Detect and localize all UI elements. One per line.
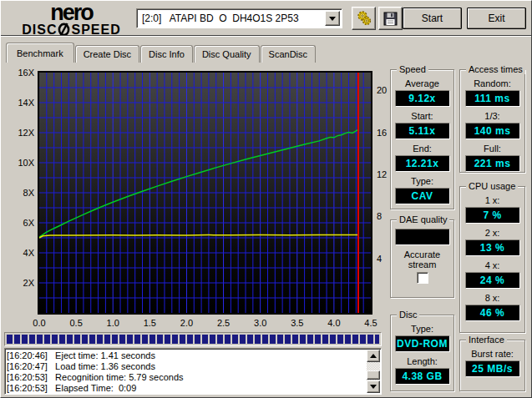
gears-icon [356,10,372,27]
cpu-2x-label: 2 x: [485,228,500,238]
disc-type-value: DVD-ROM [395,335,450,352]
log-line: [16:20:53] Recognition time: 5.79 second… [7,372,366,383]
svg-text:6X: 6X [23,218,35,228]
drive-selector-dropdown-button[interactable] [325,11,340,26]
progress-bar [4,332,382,346]
toolbar: nero DISC SPEED [2:0] ATAPI BD O DH4O1S … [1,1,531,34]
benchmark-chart-area: 16X14X12X10X8X6X4X2X201612840.00.51.01.5… [3,64,388,333]
interface-panel: Interface Burst rate: 25 MB/s [459,340,525,391]
scroll-down-button[interactable] [367,380,380,393]
speed-panel-title: Speed [397,64,428,74]
floppy-disk-icon [383,12,398,26]
speed-end-label: End: [413,144,432,154]
log-line: [16:20:46] Eject time: 1.41 seconds [7,350,366,361]
svg-text:0.0: 0.0 [33,318,45,328]
dae-quality-panel-title: DAE quality [397,214,449,224]
accurate-stream-label-line1: Accurate [404,249,440,259]
svg-text:4: 4 [377,254,382,264]
burst-rate-value: 25 MB/s [465,360,520,377]
svg-text:8X: 8X [23,188,35,198]
logo-disc-text: DISC [22,24,57,36]
interface-panel-title: Interface [466,335,507,345]
accurate-stream-label-line2: stream [408,259,437,270]
cpu-8x-value: 46 % [465,305,520,321]
cpu-8x-label: 8 x: [485,293,500,303]
speed-start-value: 5.11x [395,123,450,139]
app-logo: nero DISC SPEED [11,3,132,37]
access-times-panel: Access times Random: 111 ms 1/3: 140 ms … [459,69,525,173]
svg-text:16X: 16X [18,68,34,78]
tab-scandisc[interactable]: ScanDisc [261,45,316,63]
cpu-4x-value: 24 % [465,272,520,289]
log-scrollbar[interactable] [367,350,380,393]
access-full-label: Full: [484,144,501,154]
access-random-value: 111 ms [465,90,520,107]
benchmark-chart: 16X14X12X10X8X6X4X2X201612840.00.51.01.5… [3,64,388,330]
tab-benchmark[interactable]: Benchmark [6,43,74,63]
exit-button[interactable]: Exit [467,8,526,29]
cpu-usage-panel: CPU usage 1 x: 7 % 2 x: 13 % 4 x: 24 % 8… [459,186,525,333]
access-third-label: 1/3: [484,111,499,121]
access-random-label: Random: [474,78,511,88]
svg-text:12X: 12X [18,128,34,138]
toolbar-divider [1,35,531,37]
cpu-usage-panel-title: CPU usage [466,181,518,191]
nero-discspeed-window: nero DISC SPEED [2:0] ATAPI BD O DH4O1S … [0,0,532,398]
svg-text:12: 12 [377,169,387,179]
speed-panel: Speed Average 9.12x Start: 5.11x End: 12… [390,69,454,209]
cpu-1x-label: 1 x: [485,195,500,205]
accurate-stream-checkbox[interactable] [417,272,428,284]
progress-bar-fill [7,335,379,344]
tab-disc-quality[interactable]: Disc Quality [194,45,260,63]
disc-panel-title: Disc [397,310,419,320]
arrow-down-icon [370,385,377,389]
chevron-down-icon [329,17,336,21]
svg-text:4.0: 4.0 [327,318,340,328]
svg-text:16: 16 [377,128,387,138]
svg-text:1.5: 1.5 [144,318,156,328]
svg-text:2.5: 2.5 [217,318,230,328]
disc-type-label: Type: [411,324,433,334]
dae-quality-panel: DAE quality Accurate stream [390,219,454,298]
speed-type-value: CAV [395,188,450,204]
save-button[interactable] [378,7,403,30]
disc-length-label: Length: [407,356,438,366]
access-times-panel-title: Access times [466,64,525,74]
options-button[interactable] [352,7,376,30]
arrow-up-icon [370,354,377,358]
speed-end-value: 12.21x [395,155,450,172]
tab-bar: Benchmark Create Disc Disc Info Disc Qua… [6,43,317,63]
cpu-2x-value: 13 % [465,239,520,256]
svg-text:4X: 4X [23,248,35,258]
speed-average-label: Average [405,78,439,88]
svg-text:20: 20 [377,85,387,95]
svg-text:8: 8 [377,211,382,221]
disc-length-value: 4.38 GB [395,368,450,385]
svg-text:2.0: 2.0 [180,318,193,328]
drive-selector[interactable]: [2:0] ATAPI BD O DH4O1S 2P53 [136,8,342,28]
log-line: [16:20:47] Load time: 1.36 seconds [7,361,366,372]
svg-text:14X: 14X [18,98,34,108]
log-listbox[interactable]: [16:20:46] Eject time: 1.41 seconds[16:2… [4,348,382,395]
disc-panel: Disc Type: DVD-ROM Length: 4.38 GB [390,315,454,391]
tab-disc-info[interactable]: Disc Info [140,45,193,63]
scroll-up-button[interactable] [367,350,380,362]
start-button[interactable]: Start [403,8,462,29]
scrollbar-thumb[interactable] [367,370,380,380]
cpu-4x-label: 4 x: [485,260,500,270]
tab-create-disc[interactable]: Create Disc [75,45,139,63]
access-full-value: 221 ms [465,155,520,172]
speed-average-value: 9.12x [395,90,450,107]
log-line: [16:20:53] Elapsed Time: 0:09 [7,383,366,393]
svg-text:10X: 10X [18,158,34,168]
dae-quality-value [395,229,450,245]
svg-text:3.5: 3.5 [291,318,303,328]
svg-text:4.5: 4.5 [364,318,377,328]
svg-text:1.0: 1.0 [107,318,119,328]
svg-text:2X: 2X [23,278,35,288]
drive-selector-value: [2:0] ATAPI BD O DH4O1S 2P53 [137,13,325,24]
access-third-value: 140 ms [465,123,520,139]
logo-nero-text: nero [11,3,132,23]
speed-start-label: Start: [411,111,433,121]
svg-text:0.5: 0.5 [69,318,82,328]
